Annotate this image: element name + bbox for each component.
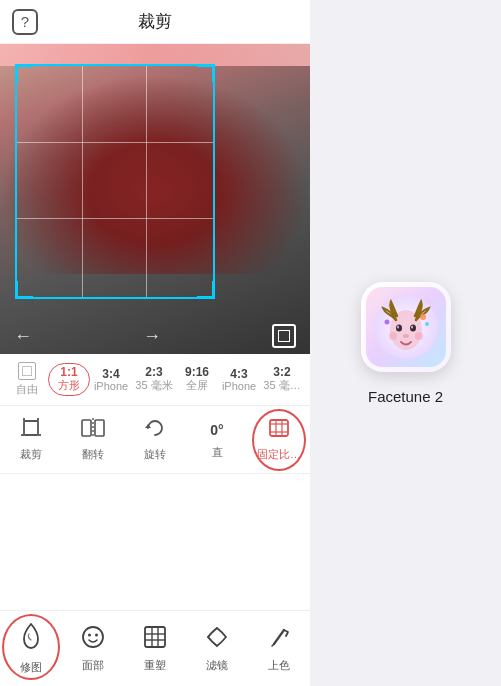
color-icon — [266, 624, 292, 654]
svg-point-32 — [425, 322, 429, 326]
tool-flip-label: 翻转 — [82, 447, 104, 462]
tool-fixed-ratio-label: 固定比… — [257, 447, 301, 462]
expand-button[interactable] — [272, 324, 296, 348]
header: ? 裁剪 — [0, 0, 310, 44]
tool-rotate[interactable]: 旋转 — [127, 417, 183, 462]
rotate-icon — [144, 417, 166, 443]
ratio-label-free: 自由 — [16, 382, 38, 397]
grid-line-v2 — [146, 66, 147, 297]
svg-rect-17 — [145, 627, 165, 647]
nav-label-color: 上色 — [268, 658, 290, 673]
ratio-icon-3-4: 3:4 — [102, 368, 119, 380]
svg-rect-0 — [24, 421, 38, 435]
reshape-icon — [142, 624, 168, 654]
image-area: ← → — [0, 44, 310, 354]
image-bottom-bar: ← → — [0, 318, 310, 354]
nav-item-reshape[interactable]: 重塑 — [129, 624, 181, 673]
app-icon-art — [366, 287, 446, 367]
crop-icon — [20, 417, 42, 443]
ratio-label-3-4: iPhone — [94, 380, 128, 392]
ratio-bar: □ 自由 1:1 方形 3:4 iPhone 2:3 35 毫米 9:16 全屏… — [0, 354, 310, 406]
ratio-label-9-16: 全屏 — [186, 378, 208, 393]
pink-top-strip — [0, 44, 310, 66]
ratio-label-3-2: 35 毫… — [263, 378, 300, 393]
fixed-ratio-icon — [267, 417, 291, 443]
ratio-item-3-4[interactable]: 3:4 iPhone — [90, 368, 132, 392]
svg-point-25 — [410, 324, 416, 331]
nav-label-face: 面部 — [82, 658, 104, 673]
svg-point-31 — [420, 314, 426, 320]
svg-rect-6 — [95, 420, 104, 436]
svg-point-26 — [397, 325, 399, 328]
filter-icon — [204, 624, 230, 654]
app-icon — [361, 282, 451, 372]
face-icon — [80, 624, 106, 654]
ratio-item-3-2[interactable]: 3:2 35 毫… — [260, 366, 304, 393]
ratio-icon-3-2: 3:2 — [273, 366, 290, 378]
crop-corner-br[interactable] — [197, 281, 215, 299]
ratio-item-4-3[interactable]: 4:3 iPhone — [218, 368, 260, 392]
ratio-icon-1-1: 1:1 — [60, 366, 77, 378]
ratio-icon-4-3: 4:3 — [230, 368, 247, 380]
forward-arrow-button[interactable]: → — [143, 326, 161, 347]
right-panel: Facetune 2 — [310, 0, 501, 686]
ratio-item-9-16[interactable]: 9:16 全屏 — [176, 366, 218, 393]
svg-point-15 — [88, 634, 91, 637]
ratio-item-free[interactable]: □ 自由 — [6, 362, 48, 397]
tool-straighten[interactable]: 0° 直 — [189, 419, 245, 460]
svg-point-16 — [95, 634, 98, 637]
svg-point-14 — [83, 627, 103, 647]
ratio-item-2-3[interactable]: 2:3 35 毫米 — [132, 366, 176, 393]
grid-line-h2 — [17, 218, 213, 219]
ratio-label-1-1: 方形 — [58, 378, 80, 393]
tool-straighten-label: 直 — [212, 445, 223, 460]
flip-icon — [81, 417, 105, 443]
nav-item-filter[interactable]: 滤镜 — [191, 624, 243, 673]
expand-icon — [278, 330, 290, 342]
svg-point-24 — [396, 324, 402, 331]
grid-line-v1 — [82, 66, 83, 297]
retouch-icon — [18, 622, 44, 656]
straighten-icon: 0° — [210, 419, 223, 441]
back-arrow-button[interactable]: ← — [14, 326, 32, 347]
svg-point-30 — [415, 332, 423, 340]
app-name-label: Facetune 2 — [368, 388, 443, 405]
nav-item-retouch[interactable]: 修图 — [5, 622, 57, 675]
crop-corner-bl[interactable] — [15, 281, 33, 299]
ratio-icon-9-16: 9:16 — [185, 366, 209, 378]
svg-rect-5 — [82, 420, 91, 436]
tool-flip[interactable]: 翻转 — [65, 417, 121, 462]
crop-frame[interactable] — [15, 64, 215, 299]
svg-point-28 — [403, 334, 409, 338]
tool-fixed-ratio[interactable]: 固定比… — [251, 417, 307, 462]
ratio-icon-free: □ — [18, 362, 36, 380]
crop-corner-tr[interactable] — [197, 64, 215, 82]
help-button[interactable]: ? — [12, 9, 38, 35]
nav-label-filter: 滤镜 — [206, 658, 228, 673]
spacer — [0, 474, 310, 610]
svg-point-33 — [384, 319, 389, 324]
phone-ui: ? 裁剪 ← → □ — [0, 0, 310, 686]
nav-label-retouch: 修图 — [20, 660, 42, 675]
crop-corner-tl[interactable] — [15, 64, 33, 82]
svg-point-29 — [389, 332, 397, 340]
ratio-icon-2-3: 2:3 — [145, 366, 162, 378]
nav-item-color[interactable]: 上色 — [253, 624, 305, 673]
tool-crop[interactable]: 裁剪 — [3, 417, 59, 462]
ratio-label-4-3: iPhone — [222, 380, 256, 392]
ratio-item-1-1[interactable]: 1:1 方形 — [48, 363, 90, 396]
tool-rotate-label: 旋转 — [144, 447, 166, 462]
ratio-label-2-3: 35 毫米 — [135, 378, 172, 393]
nav-label-reshape: 重塑 — [144, 658, 166, 673]
bottom-nav: 修图 面部 — [0, 610, 310, 686]
svg-point-27 — [411, 325, 413, 328]
grid-line-h1 — [17, 142, 213, 143]
svg-marker-8 — [145, 424, 151, 428]
tool-bar: 裁剪 翻转 旋转 0° — [0, 406, 310, 474]
tool-crop-label: 裁剪 — [20, 447, 42, 462]
svg-rect-9 — [270, 420, 288, 436]
page-title: 裁剪 — [138, 10, 172, 33]
nav-item-face[interactable]: 面部 — [67, 624, 119, 673]
